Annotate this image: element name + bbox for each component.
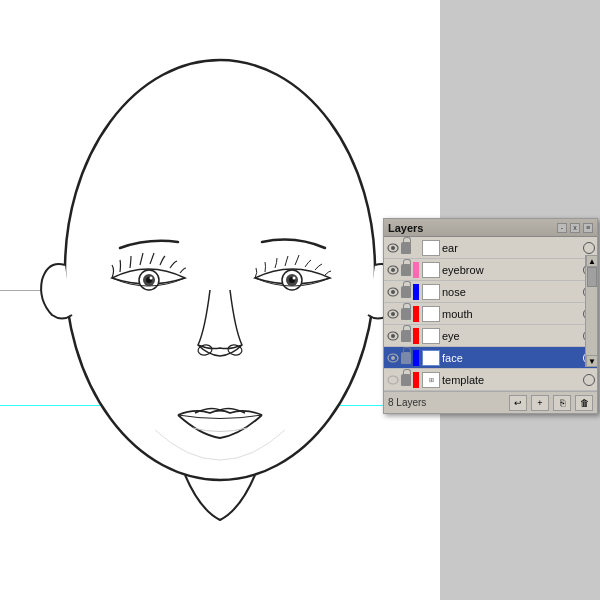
new-state-button[interactable]: ↩ bbox=[509, 395, 527, 411]
layer-row-face[interactable]: face bbox=[384, 347, 597, 369]
lock-icon-ear[interactable] bbox=[400, 241, 412, 255]
color-swatch-template bbox=[413, 372, 419, 388]
svg-point-18 bbox=[391, 312, 395, 316]
layers-panel-title: Layers bbox=[388, 222, 423, 234]
svg-point-8 bbox=[293, 277, 296, 280]
visibility-icon-template[interactable] bbox=[386, 373, 400, 387]
svg-point-14 bbox=[391, 268, 395, 272]
visibility-icon-face[interactable] bbox=[386, 351, 400, 365]
face-drawing bbox=[0, 0, 440, 600]
layer-count-label: 8 Layers bbox=[388, 397, 505, 408]
visibility-icon-eyebrow[interactable] bbox=[386, 263, 400, 277]
visibility-icon-eye[interactable] bbox=[386, 329, 400, 343]
scroll-thumb[interactable] bbox=[587, 267, 597, 287]
layer-row-template[interactable]: ⊞ template bbox=[384, 369, 597, 391]
minimize-button[interactable]: - bbox=[557, 223, 567, 233]
lock-icon-mouth[interactable] bbox=[400, 307, 412, 321]
layer-circle-template bbox=[583, 374, 595, 386]
layer-name-face: face bbox=[442, 352, 581, 364]
layers-titlebar: Layers - x ≡ bbox=[384, 219, 597, 237]
new-layer-button[interactable]: + bbox=[531, 395, 549, 411]
color-swatch-eye bbox=[413, 328, 419, 344]
title-controls: - x ≡ bbox=[557, 223, 593, 233]
lock-icon-template[interactable] bbox=[400, 373, 412, 387]
layer-circle-ear bbox=[583, 242, 595, 254]
layer-row-ear[interactable]: ear bbox=[384, 237, 597, 259]
layer-row-nose[interactable]: nose bbox=[384, 281, 597, 303]
layer-thumb-eyebrow bbox=[422, 262, 440, 278]
layer-thumb-face bbox=[422, 350, 440, 366]
layer-row-eye[interactable]: eye bbox=[384, 325, 597, 347]
lock-icon-eye[interactable] bbox=[400, 329, 412, 343]
panel-menu-button[interactable]: ≡ bbox=[583, 223, 593, 233]
svg-point-0 bbox=[65, 60, 375, 480]
color-swatch-mouth bbox=[413, 306, 419, 322]
layer-name-nose: nose bbox=[442, 286, 581, 298]
lock-icon-face[interactable] bbox=[400, 351, 412, 365]
close-button[interactable]: x bbox=[570, 223, 580, 233]
layers-scrollbar[interactable]: ▲ ▼ bbox=[585, 255, 597, 367]
visibility-icon-mouth[interactable] bbox=[386, 307, 400, 321]
lock-icon-nose[interactable] bbox=[400, 285, 412, 299]
svg-point-16 bbox=[391, 290, 395, 294]
layer-name-eye: eye bbox=[442, 330, 581, 342]
layer-thumb-ear bbox=[422, 240, 440, 256]
layer-row-eyebrow[interactable]: eyebrow bbox=[384, 259, 597, 281]
color-swatch-nose bbox=[413, 284, 419, 300]
delete-layer-button[interactable]: 🗑 bbox=[575, 395, 593, 411]
layer-thumb-template: ⊞ bbox=[422, 372, 440, 388]
layer-name-template: template bbox=[442, 374, 581, 386]
layer-name-mouth: mouth bbox=[442, 308, 581, 320]
layers-bottom-bar: 8 Layers ↩ + ⎘ 🗑 bbox=[384, 391, 597, 413]
svg-point-20 bbox=[391, 334, 395, 338]
layer-thumb-eye bbox=[422, 328, 440, 344]
duplicate-layer-button[interactable]: ⎘ bbox=[553, 395, 571, 411]
layers-panel: Layers - x ≡ ear bbox=[383, 218, 598, 414]
svg-point-23 bbox=[388, 376, 398, 384]
layer-row-mouth[interactable]: mouth bbox=[384, 303, 597, 325]
layer-thumb-nose bbox=[422, 284, 440, 300]
scroll-down-arrow[interactable]: ▼ bbox=[586, 355, 598, 367]
canvas-inner bbox=[0, 0, 440, 600]
layer-name-ear: ear bbox=[442, 242, 581, 254]
layer-thumb-mouth bbox=[422, 306, 440, 322]
visibility-icon-ear[interactable] bbox=[386, 241, 400, 255]
color-swatch-face bbox=[413, 350, 419, 366]
svg-point-22 bbox=[391, 356, 395, 360]
svg-point-12 bbox=[391, 246, 395, 250]
lock-icon-eyebrow[interactable] bbox=[400, 263, 412, 277]
color-swatch-ear bbox=[413, 240, 419, 256]
svg-point-4 bbox=[150, 277, 153, 280]
color-swatch-eyebrow bbox=[413, 262, 419, 278]
visibility-icon-nose[interactable] bbox=[386, 285, 400, 299]
layers-list: ear eyebrow nose bbox=[384, 237, 597, 391]
scroll-up-arrow[interactable]: ▲ bbox=[586, 255, 598, 267]
layer-name-eyebrow: eyebrow bbox=[442, 264, 581, 276]
